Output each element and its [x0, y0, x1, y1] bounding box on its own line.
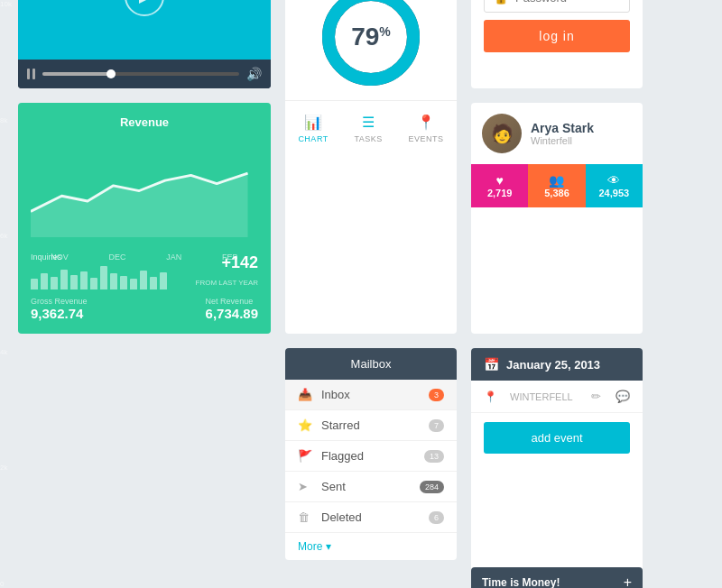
profile-name: Arya Stark — [531, 121, 594, 135]
edit-icon[interactable]: ✏ — [591, 390, 601, 403]
flagged-badge: 13 — [424, 450, 444, 463]
video-player: 🔊 — [18, 0, 271, 88]
bar-11 — [130, 279, 137, 289]
play-button[interactable] — [125, 0, 164, 16]
calendar-icon: 📅 — [484, 357, 499, 372]
pause-button[interactable] — [27, 69, 35, 79]
views-icon: 👁 — [589, 173, 639, 188]
bar-14 — [160, 272, 167, 289]
password-field-wrap: 🔒 — [484, 0, 630, 13]
sent-badge: 284 — [420, 481, 444, 493]
mail-item-flagged[interactable]: 🚩 Flagged 13 — [285, 441, 457, 472]
flagged-label: Flagged — [321, 449, 424, 463]
bar-chart — [31, 264, 167, 289]
tab-tasks[interactable]: ☰ TASKS — [354, 114, 382, 143]
avatar: 🧑 — [482, 114, 522, 153]
events-tab-label: EVENTS — [409, 134, 444, 143]
bar-7 — [90, 278, 97, 289]
mail-item-sent[interactable]: ➤ Sent 284 — [285, 472, 457, 502]
timer-add-icon[interactable]: + — [624, 574, 632, 588]
bar-5 — [70, 275, 78, 289]
tasks-tab-icon: ☰ — [362, 114, 375, 131]
followers-icon: 👥 — [532, 173, 581, 188]
net-value: 6,734.89 — [206, 306, 258, 321]
lock-icon: 🔒 — [494, 0, 508, 5]
video-controls: 🔊 — [18, 60, 271, 88]
video-screen[interactable] — [18, 0, 271, 60]
sent-icon: ➤ — [298, 480, 314, 493]
profile-card: 🧑 Arya Stark Winterfell ♥ 2,719 👥 5,386 … — [471, 103, 643, 334]
y-label-6k: 6k — [0, 232, 12, 240]
tasks-tabs: 📊 CHART ☰ TASKS 📍 EVENTS — [285, 100, 457, 151]
mailbox-header: Mailbox — [285, 348, 457, 380]
pause-bar-2 — [32, 69, 35, 79]
progress-fill — [42, 72, 111, 76]
volume-icon[interactable]: 🔊 — [246, 67, 262, 81]
tasks-card: Tasks Completed 79% 📊 CHART ☰ — [285, 0, 457, 334]
bar-4 — [60, 270, 68, 289]
profile-header: 🧑 Arya Stark Winterfell — [471, 103, 643, 164]
views-value: 24,953 — [589, 188, 639, 198]
likes-value: 2,719 — [475, 188, 524, 198]
donut-percent: 79% — [351, 23, 391, 51]
bar-8 — [100, 266, 107, 289]
inquiries-sub: FROM LAST YEAR — [196, 279, 259, 287]
profile-stats: ♥ 2,719 👥 5,386 👁 24,953 — [471, 164, 643, 207]
play-icon — [139, 0, 153, 4]
y-label-8k: 8k — [0, 116, 12, 124]
net-label: Net Revenue — [206, 297, 258, 306]
revenue-title: Revenue — [31, 115, 258, 129]
progress-bar[interactable] — [42, 72, 239, 76]
bar-9 — [110, 273, 117, 289]
inbox-icon: 📥 — [298, 388, 314, 401]
inquiries-section: Inquiries — [31, 253, 258, 289]
tab-events[interactable]: 📍 EVENTS — [409, 114, 444, 143]
deleted-badge: 6 — [429, 511, 444, 524]
chart-tab-label: CHART — [298, 134, 328, 143]
mail-item-starred[interactable]: ⭐ Starred 7 — [285, 410, 457, 441]
donut-text: 79% — [351, 23, 391, 51]
tab-chart[interactable]: 📊 CHART — [298, 114, 328, 143]
starred-badge: 7 — [429, 419, 444, 432]
bar-2 — [41, 273, 48, 289]
gross-value: 9,362.74 — [31, 306, 88, 321]
calendar-location: WINTERFELL — [510, 391, 577, 402]
calendar-card: 📅 January 25, 2013 📍 WINTERFELL ✏ 💬 add … — [471, 348, 643, 588]
revenue-card: Revenue 10k 8k 6k 4k 2k 0 NOV DEC JAN — [18, 103, 271, 334]
calendar-location-row: 📍 WINTERFELL ✏ 💬 — [471, 381, 643, 413]
revenue-chart-svg — [31, 136, 258, 245]
stat-likes[interactable]: ♥ 2,719 — [471, 164, 528, 207]
inquiries-increase: +142 — [221, 253, 258, 271]
bar-1 — [31, 279, 38, 289]
more-link[interactable]: More ▾ — [285, 533, 457, 560]
inquiries-label: Inquiries — [31, 253, 167, 262]
pause-bar-1 — [27, 69, 30, 79]
stat-followers[interactable]: 👥 5,386 — [528, 164, 585, 207]
add-event-button[interactable]: add event — [484, 422, 630, 454]
location-icon: 📍 — [484, 390, 497, 403]
avatar-image: 🧑 — [482, 114, 522, 153]
percent-symbol: % — [379, 24, 390, 39]
password-input[interactable] — [515, 0, 620, 5]
comment-icon[interactable]: 💬 — [616, 390, 630, 403]
login-card: 👤 🔒 log in — [471, 0, 643, 88]
timer-title: Time is Money! — [482, 576, 560, 588]
flagged-icon: 🚩 — [298, 449, 314, 463]
mailbox-card: Mailbox 📥 Inbox 3 ⭐ Starred 7 🚩 Flagged … — [285, 348, 457, 560]
heart-icon: ♥ — [475, 173, 524, 188]
y-label-0: 0 — [0, 580, 12, 588]
calendar-header: 📅 January 25, 2013 — [471, 348, 643, 381]
inbox-label: Inbox — [321, 388, 429, 401]
events-tab-icon: 📍 — [417, 114, 435, 131]
net-revenue: Net Revenue 6,734.89 — [206, 297, 258, 321]
percent-value: 79 — [351, 23, 379, 51]
login-button[interactable]: log in — [484, 20, 630, 52]
stat-views[interactable]: 👁 24,953 — [586, 164, 643, 207]
mail-item-deleted[interactable]: 🗑 Deleted 6 — [285, 502, 457, 533]
y-label-4k: 4k — [0, 348, 12, 356]
timer-header: Time is Money! + — [471, 567, 643, 588]
inbox-badge: 3 — [429, 389, 444, 401]
mail-item-inbox[interactable]: 📥 Inbox 3 — [285, 380, 457, 410]
timer-card: Time is Money! + 05 HOUR : 24 MIN : 19 S… — [471, 567, 643, 588]
profile-subtitle: Winterfell — [531, 135, 594, 146]
